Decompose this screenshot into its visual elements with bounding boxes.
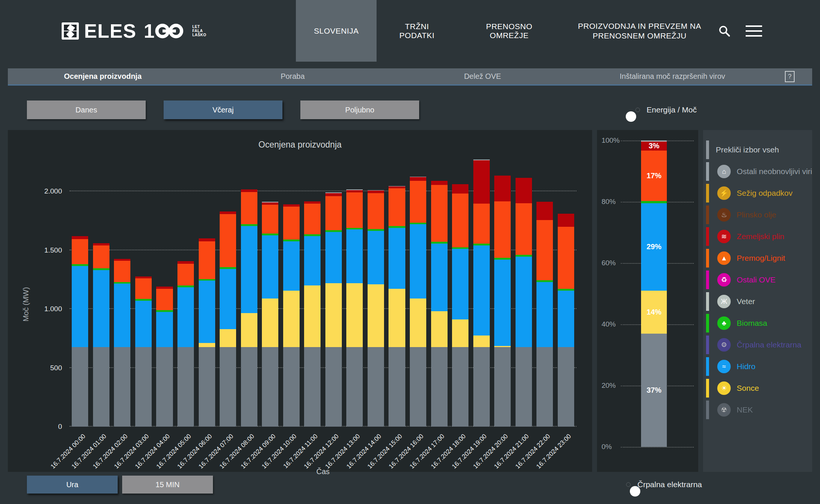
segment-premog-lignit bbox=[304, 204, 321, 234]
bar-hour-0200 bbox=[112, 191, 133, 427]
legend-color-bar bbox=[706, 314, 709, 333]
eles-logo-icon bbox=[62, 22, 79, 40]
legend-color-bar bbox=[706, 401, 709, 419]
eles-logo[interactable]: ELES 1 LETFALALAŠKO bbox=[62, 22, 206, 40]
tab-poraba[interactable]: Poraba bbox=[198, 72, 387, 81]
production-chart-panel: Ocenjena proizvodnja Moč (MW) 05001.0001… bbox=[8, 130, 592, 472]
help-box: ? bbox=[767, 71, 812, 82]
tab-dele-ove[interactable]: Delež OVE bbox=[388, 72, 578, 81]
y-tick-label: 2.000 bbox=[44, 187, 62, 195]
pump-storage-toggle[interactable] bbox=[626, 482, 631, 487]
legend-item-biomasa[interactable]: ♣Biomasa bbox=[703, 312, 812, 334]
segment-nek bbox=[452, 347, 468, 427]
legend-item-sezig-odpadkov[interactable]: ⚡Sežig odpadkov bbox=[703, 182, 812, 204]
bar-hour-1200 bbox=[323, 191, 344, 427]
legend-color-bar bbox=[706, 162, 709, 181]
energy-power-toggle[interactable] bbox=[635, 108, 640, 112]
resolution-button-15-min[interactable]: 15 MIN bbox=[122, 476, 213, 494]
nav-item-prenosno[interactable]: PRENOSNO OMREŽJE bbox=[457, 0, 561, 62]
eles-100-mark: 1 bbox=[144, 22, 184, 40]
legend-item-veter[interactable]: ЖVeter bbox=[703, 291, 812, 312]
segment-nek bbox=[93, 347, 109, 427]
share-segment-premog-lignit: 17% bbox=[641, 151, 667, 201]
stacked-bar bbox=[389, 186, 405, 427]
search-icon[interactable] bbox=[718, 25, 731, 37]
tab-ocenjena-proizvodnja[interactable]: Ocenjena proizvodnja bbox=[8, 72, 198, 81]
section-tabbar: Ocenjena proizvodnjaPorabaDelež OVEInšta… bbox=[8, 68, 812, 86]
segment-nek bbox=[262, 347, 278, 427]
linked-zeros-icon bbox=[155, 24, 184, 38]
segment-nek bbox=[283, 347, 300, 427]
segment-hidro bbox=[93, 270, 109, 347]
stacked-bar bbox=[72, 236, 88, 427]
legend-item-crpalna-elektrarna[interactable]: ⚙Črpalna elektrarna bbox=[703, 334, 812, 356]
segment-zemeljski-plin bbox=[199, 238, 215, 241]
stacked-bar bbox=[452, 184, 468, 427]
segment-sonce bbox=[283, 291, 300, 347]
segment-premog-lignit bbox=[72, 239, 88, 265]
segment-nek bbox=[325, 347, 342, 427]
share-segment-label: 14% bbox=[647, 308, 662, 316]
pump-toggle-group: Črpalna elektrarna bbox=[626, 480, 702, 489]
help-icon[interactable]: ? bbox=[785, 71, 795, 82]
legend-item-sonce[interactable]: ☀Sonce bbox=[703, 377, 812, 399]
nav-item-tr-ni[interactable]: TRŽNI PODATKI bbox=[377, 0, 457, 62]
x-axis-title: Čas bbox=[69, 467, 576, 476]
segment-hidro bbox=[346, 229, 363, 283]
legend-item-plinsko-olje[interactable]: ♨Plinsko olje bbox=[703, 204, 812, 226]
range-button-poljubno[interactable]: Poljubno bbox=[300, 101, 419, 119]
bar-hour-2000 bbox=[492, 191, 513, 427]
stacked-bar bbox=[93, 243, 109, 427]
bar-hour-1900 bbox=[471, 191, 492, 427]
nav-item-slovenija[interactable]: SLOVENIJA bbox=[296, 0, 377, 62]
legend-item-premog-lignit[interactable]: ▲Premog/Lignit bbox=[703, 247, 812, 269]
stacked-bar bbox=[220, 211, 236, 427]
stacked-bar bbox=[199, 238, 215, 427]
segment-sonce bbox=[220, 329, 236, 347]
toggle-knob bbox=[626, 111, 636, 122]
segment-nek bbox=[220, 347, 236, 427]
bar-hour-0900 bbox=[260, 191, 281, 427]
bar-hour-0300 bbox=[133, 191, 154, 427]
menu-icon[interactable] bbox=[746, 25, 762, 37]
segment-hidro bbox=[325, 232, 342, 283]
legend-item-hidro[interactable]: ≈Hidro bbox=[703, 356, 812, 377]
legend-color-bar bbox=[706, 205, 709, 224]
segment-premog-lignit bbox=[241, 192, 257, 225]
stacked-bar bbox=[156, 287, 173, 427]
segment-hidro bbox=[389, 228, 405, 289]
segment-nek bbox=[114, 347, 130, 427]
bar-hour-1500 bbox=[386, 191, 408, 427]
legend-item-nek[interactable]: ☢NEK bbox=[703, 399, 812, 421]
segment-nek bbox=[72, 347, 88, 427]
plinsko-olje-icon: ♨ bbox=[717, 208, 731, 222]
resolution-button-ura[interactable]: Ura bbox=[27, 476, 118, 494]
tab-in-talirana-mo-razpr-enih-virov[interactable]: Inštalirana moč razpršenih virov bbox=[578, 72, 767, 81]
segment-hidro bbox=[494, 260, 511, 346]
segment-hidro bbox=[516, 257, 532, 347]
bar-hour-1800 bbox=[450, 191, 471, 427]
crpalna-elektrarna-icon: ⚙ bbox=[717, 338, 731, 352]
stacked-bar bbox=[262, 202, 278, 427]
segment-nek bbox=[304, 347, 321, 427]
segment-nek bbox=[494, 347, 511, 427]
legend-item-ostali-ove[interactable]: ♻Ostali OVE bbox=[703, 269, 812, 291]
bar-hour-2200 bbox=[534, 191, 556, 427]
segment-zemeljski-plin bbox=[325, 193, 342, 196]
legend-clear-all[interactable]: Prekliči izbor vseh bbox=[703, 139, 812, 161]
share-segment-sonce: 14% bbox=[641, 291, 667, 334]
range-button-danes[interactable]: Danes bbox=[27, 101, 146, 119]
zemeljski-plin-icon: ≋ bbox=[717, 230, 731, 243]
segment-hidro bbox=[368, 231, 384, 284]
legend-item-label: Sežig odpadkov bbox=[737, 189, 792, 198]
segment-hidro bbox=[410, 224, 426, 298]
range-button-v-eraj[interactable]: Včeraj bbox=[164, 101, 282, 119]
stacked-bar bbox=[536, 202, 553, 427]
legend-item-zemeljski-plin[interactable]: ≋Zemeljski plin bbox=[703, 226, 812, 247]
y-tick-label: 500 bbox=[50, 364, 62, 372]
legend-item-ostali-neobnovljivi-viri[interactable]: ⌂Ostali neobnovljivi viri bbox=[703, 161, 812, 182]
segment-hidro bbox=[199, 281, 215, 343]
veter-icon: Ж bbox=[717, 295, 731, 308]
nav-item-proizvodnja[interactable]: PROIZVODNJA IN PREVZEM NA PRENOSNEM OMRE… bbox=[561, 0, 718, 62]
segment-hidro bbox=[304, 236, 321, 285]
